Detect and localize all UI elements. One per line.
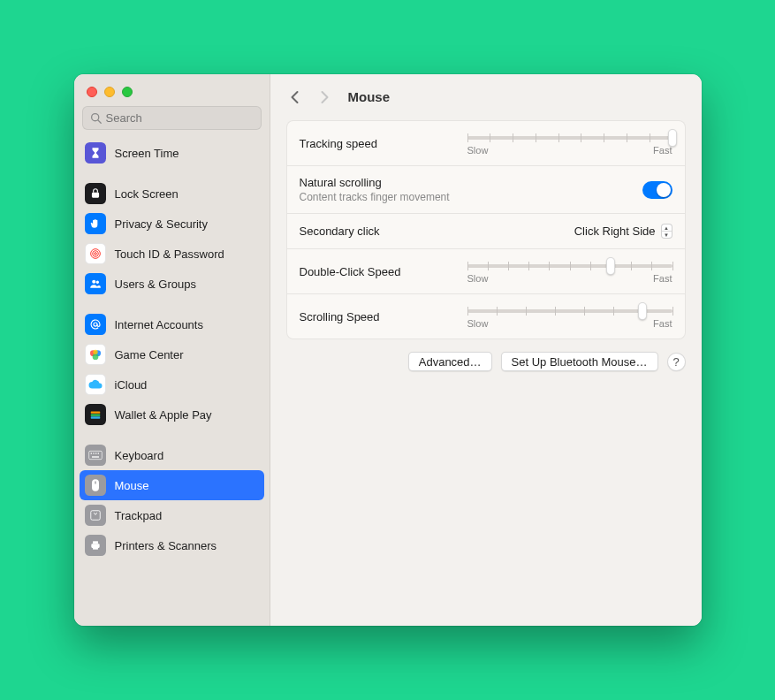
gamecenter-icon [85, 344, 106, 365]
svg-point-8 [93, 323, 96, 326]
row-tracking-speed: Tracking speed Slow Fast [287, 121, 685, 165]
secondary-click-value: Click Right Side [574, 224, 656, 238]
sidebar-item-game-center[interactable]: Game Center [80, 339, 264, 369]
tracking-speed-slider[interactable] [467, 136, 672, 140]
secondary-click-popup[interactable]: Click Right Side ▲▼ [574, 224, 672, 239]
svg-rect-21 [92, 456, 99, 457]
sidebar-item-screen-time[interactable]: Screen Time [80, 138, 264, 168]
svg-rect-27 [93, 547, 98, 550]
double-click-speed-slider[interactable] [467, 264, 672, 268]
at-icon [85, 314, 106, 335]
sidebar-list: Screen Time Lock Screen Privacy & Securi… [74, 138, 270, 566]
keyboard-icon [85, 445, 106, 466]
row-secondary-click: Secondary click Click Right Side ▲▼ [287, 213, 685, 248]
advanced-button[interactable]: Advanced… [408, 352, 492, 371]
sidebar-item-privacy-security[interactable]: Privacy & Security [80, 209, 264, 239]
svg-rect-2 [91, 193, 98, 198]
svg-point-5 [94, 253, 96, 255]
minimize-window-button[interactable] [104, 87, 115, 97]
sidebar-item-touch-id[interactable]: Touch ID & Password [80, 239, 264, 269]
sidebar-item-users-groups[interactable]: Users & Groups [80, 269, 264, 299]
fingerprint-icon [85, 243, 106, 264]
button-row: Advanced… Set Up Bluetooth Mouse… ? [286, 352, 686, 371]
svg-point-4 [92, 251, 98, 257]
hourglass-icon [85, 142, 106, 164]
sidebar-item-label: Lock Screen [115, 187, 179, 201]
svg-point-11 [92, 354, 98, 360]
svg-rect-19 [95, 453, 96, 453]
sidebar-item-mouse[interactable]: Mouse [80, 470, 264, 500]
slider-low-label: Slow [467, 145, 489, 156]
row-double-click-speed: Double-Click Speed Slow Fast [287, 248, 685, 293]
slider-low-label: Slow [467, 273, 489, 284]
slider-knob[interactable] [638, 302, 647, 320]
close-window-button[interactable] [87, 87, 97, 97]
printer-icon [85, 535, 106, 556]
sidebar-item-label: Touch ID & Password [115, 247, 224, 261]
svg-rect-17 [90, 453, 91, 453]
zoom-window-button[interactable] [122, 87, 133, 97]
slider-high-label: Fast [653, 318, 672, 329]
sidebar-item-label: Users & Groups [115, 278, 196, 291]
sidebar-item-lock-screen[interactable]: Lock Screen [80, 179, 264, 209]
svg-line-1 [97, 120, 100, 123]
system-settings-window: Screen Time Lock Screen Privacy & Securi… [74, 74, 702, 626]
natural-scrolling-sublabel: Content tracks finger movement [300, 191, 450, 203]
window-controls [74, 74, 270, 106]
sidebar-item-trackpad[interactable]: Trackpad [80, 500, 264, 530]
svg-point-6 [92, 280, 95, 284]
sidebar-item-keyboard[interactable]: Keyboard [80, 440, 264, 470]
slider-knob[interactable] [668, 129, 677, 147]
page-title: Mouse [348, 89, 391, 104]
svg-rect-18 [93, 453, 94, 453]
sidebar-item-wallet-applepay[interactable]: Wallet & Apple Pay [80, 399, 264, 430]
settings-panel: Tracking speed Slow Fast Natural scrolli… [286, 120, 686, 339]
svg-rect-20 [97, 453, 98, 453]
forward-button[interactable] [316, 88, 334, 106]
header: Mouse [270, 74, 702, 120]
sidebar-item-label: Game Center [115, 348, 184, 361]
trackpad-icon [85, 505, 106, 526]
chevron-updown-icon: ▲▼ [661, 224, 672, 239]
tracking-speed-label: Tracking speed [300, 137, 377, 150]
natural-scrolling-toggle[interactable] [642, 181, 672, 199]
sidebar-item-internet-accounts[interactable]: Internet Accounts [80, 309, 264, 339]
scrolling-speed-slider[interactable] [467, 309, 672, 313]
double-click-speed-label: Double-Click Speed [300, 265, 401, 278]
search-input[interactable] [106, 111, 254, 125]
sidebar-item-label: Screen Time [115, 147, 179, 160]
main-content: Mouse Tracking speed Slow Fast [270, 74, 702, 626]
slider-low-label: Slow [467, 318, 489, 329]
sidebar-item-icloud[interactable]: iCloud [80, 369, 264, 399]
natural-scrolling-label: Natural scrolling [300, 176, 450, 189]
sidebar-item-printers-scanners[interactable]: Printers & Scanners [80, 530, 264, 560]
slider-high-label: Fast [653, 273, 672, 284]
row-natural-scrolling: Natural scrolling Content tracks finger … [287, 165, 685, 213]
lock-icon [85, 183, 106, 204]
slider-high-label: Fast [653, 145, 672, 156]
svg-rect-14 [90, 414, 100, 415]
svg-rect-15 [90, 416, 100, 418]
users-icon [85, 273, 106, 294]
search-icon [90, 112, 102, 124]
scrolling-speed-label: Scrolling Speed [300, 310, 380, 323]
sidebar-item-label: Keyboard [115, 449, 164, 462]
hand-icon [85, 213, 106, 234]
wallet-icon [85, 404, 106, 425]
sidebar: Screen Time Lock Screen Privacy & Securi… [74, 74, 270, 626]
sidebar-item-label: Printers & Scanners [115, 539, 217, 552]
slider-knob[interactable] [606, 257, 615, 275]
sidebar-item-label: Mouse [115, 479, 149, 492]
svg-point-7 [95, 281, 98, 284]
help-button[interactable]: ? [667, 353, 686, 371]
svg-rect-22 [92, 479, 99, 491]
svg-rect-23 [95, 481, 95, 483]
mouse-icon [85, 475, 106, 496]
back-button[interactable] [286, 88, 304, 106]
svg-rect-16 [88, 451, 102, 459]
search-field[interactable] [82, 106, 262, 130]
row-scrolling-speed: Scrolling Speed Slow Fast [287, 293, 685, 339]
setup-bluetooth-mouse-button[interactable]: Set Up Bluetooth Mouse… [501, 352, 658, 371]
svg-rect-26 [93, 541, 98, 544]
sidebar-item-label: iCloud [115, 378, 148, 392]
